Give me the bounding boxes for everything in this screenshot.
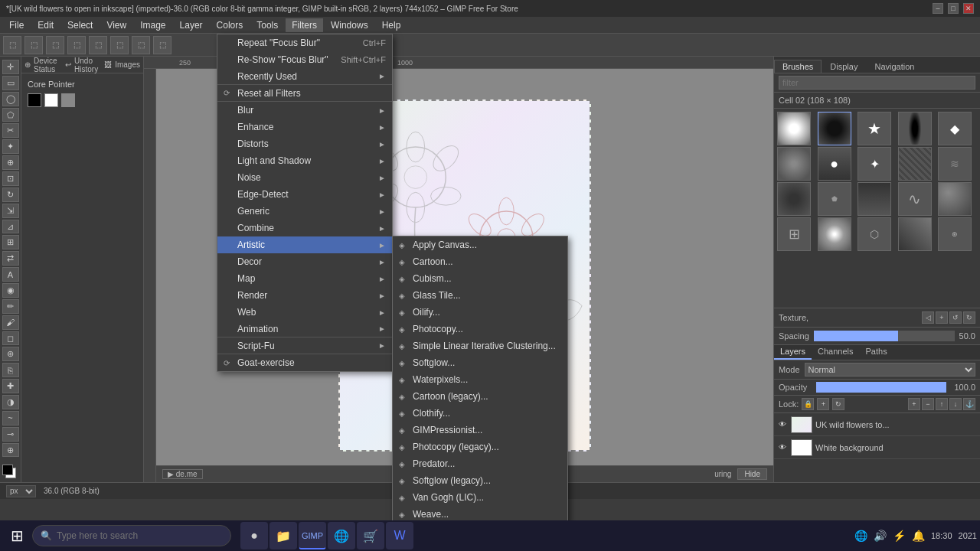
brush-cell-12[interactable]: ⬟ xyxy=(818,182,851,216)
tool-paintbrush[interactable]: 🖌 xyxy=(2,315,19,330)
menu-windows[interactable]: Windows xyxy=(325,18,374,32)
brush-cell-4[interactable] xyxy=(898,112,932,145)
search-bar[interactable]: 🔍 xyxy=(32,525,231,546)
filter-render[interactable]: Render ► xyxy=(217,287,392,304)
filter-script-fu[interactable]: Script-Fu ► xyxy=(217,337,392,354)
layer-visibility-1[interactable]: 👁 xyxy=(777,419,788,430)
battery-icon[interactable]: ⚡ xyxy=(893,530,906,542)
lock-btn-3[interactable]: ↻ xyxy=(832,398,844,410)
filter-light-shadow[interactable]: Light and Shadow ► xyxy=(217,152,392,169)
tool-fill[interactable]: ◉ xyxy=(2,283,19,298)
filter-edge-detect[interactable]: Edge-Detect ► xyxy=(217,186,392,203)
artistic-van-gogh[interactable]: ◈Van Gogh (LIC)... xyxy=(393,489,567,506)
filter-blur[interactable]: Blur ► xyxy=(217,102,392,119)
tab-display[interactable]: Display xyxy=(822,60,866,73)
tool-pencil[interactable]: ✏ xyxy=(2,299,19,314)
tool-rotate[interactable]: ↻ xyxy=(2,187,19,202)
toolbar-btn-5[interactable]: ⬚ xyxy=(89,36,107,54)
toolbar-btn-3[interactable]: ⬚ xyxy=(46,36,64,54)
tool-ellipse-select[interactable]: ◯ xyxy=(2,92,19,106)
brush-cell-18[interactable]: ⬡ xyxy=(858,217,891,251)
artistic-apply-canvas[interactable]: ◈Apply Canvas... xyxy=(393,236,567,253)
filter-combine[interactable]: Combine ► xyxy=(217,220,392,236)
tab-channels[interactable]: Channels xyxy=(812,345,859,360)
artistic-gimpressionist[interactable]: ◈GIMPressionist... xyxy=(393,422,567,439)
search-input[interactable] xyxy=(57,530,210,541)
filter-distorts[interactable]: Distorts ► xyxy=(217,135,392,152)
menu-colors[interactable]: Colors xyxy=(211,18,250,32)
filter-generic[interactable]: Generic ► xyxy=(217,203,392,220)
brush-cell-14[interactable]: ∿ xyxy=(898,182,932,216)
taskbar-app-word[interactable]: W xyxy=(386,522,413,549)
taskbar-app-gimp[interactable]: GIMP xyxy=(299,522,326,549)
tab-navigation[interactable]: Navigation xyxy=(866,60,923,73)
filter-animation[interactable]: Animation ► xyxy=(217,321,392,337)
brush-cell-17[interactable] xyxy=(818,217,851,251)
tool-text[interactable]: A xyxy=(2,267,19,282)
taskbar-app-file-explorer[interactable]: 📁 xyxy=(270,522,297,549)
layer-down-btn[interactable]: ↓ xyxy=(949,398,962,410)
layer-del-btn[interactable]: − xyxy=(922,398,934,410)
restore-button[interactable]: □ xyxy=(948,3,959,14)
brush-cell-11[interactable] xyxy=(777,182,811,216)
toolbar-btn-8[interactable]: ⬚ xyxy=(153,36,172,54)
brush-cell-10[interactable]: ≋ xyxy=(938,147,972,181)
menu-layer[interactable]: Layer xyxy=(174,18,209,32)
texture-btn-4[interactable]: ↻ xyxy=(963,311,975,324)
artistic-slic[interactable]: ◈Simple Linear Iterative Clustering... xyxy=(393,337,567,354)
tool-scale[interactable]: ⇲ xyxy=(2,204,19,218)
tool-smudge[interactable]: ~ xyxy=(2,411,19,425)
tool-free-select[interactable]: ⬠ xyxy=(2,108,19,122)
fg-color-swatch[interactable] xyxy=(2,465,13,475)
unit-select[interactable]: px mm in xyxy=(6,485,36,497)
toolbar-btn-2[interactable]: ⬚ xyxy=(24,36,43,54)
layers-mode-select[interactable]: Normal xyxy=(805,363,975,377)
tool-dodge-burn[interactable]: ◑ xyxy=(2,395,19,409)
brush-cell-19[interactable] xyxy=(898,217,932,251)
taskbar-app-cortana[interactable]: ● xyxy=(240,522,268,549)
artistic-photocopy[interactable]: ◈Photocopy... xyxy=(393,321,567,337)
artistic-softglow-legacy[interactable]: ◈Softglow (legacy)... xyxy=(393,472,567,489)
filter-map[interactable]: Map ► xyxy=(217,270,392,287)
color-swatch-2[interactable] xyxy=(44,93,58,107)
brush-cell-6[interactable] xyxy=(777,147,811,181)
layer-up-btn[interactable]: ↑ xyxy=(936,398,948,410)
taskbar-app-chrome[interactable]: 🌐 xyxy=(328,522,355,549)
layer-row-2[interactable]: 👁 White background xyxy=(774,436,980,459)
lock-btn-2[interactable]: + xyxy=(817,398,829,410)
network-icon[interactable]: 🌐 xyxy=(854,530,867,542)
tool-heal[interactable]: ✚ xyxy=(2,379,19,393)
tool-airbrush[interactable]: ⊛ xyxy=(2,347,19,361)
tool-rect-select[interactable]: ▭ xyxy=(2,76,19,90)
opacity-slider[interactable] xyxy=(816,382,946,393)
filter-recently-used[interactable]: Recently Used ► xyxy=(217,68,392,85)
artistic-cartoon-legacy[interactable]: ◈Cartoon (legacy)... xyxy=(393,388,567,405)
tool-perspective[interactable]: ⊞ xyxy=(2,235,19,249)
toolbar-btn-4[interactable]: ⬚ xyxy=(67,36,86,54)
brush-cell-3[interactable]: ★ xyxy=(858,112,891,145)
filter-reset-all[interactable]: ⟳Reset all Filters xyxy=(217,85,392,102)
tab-paths[interactable]: Paths xyxy=(860,345,893,360)
taskbar-app-store[interactable]: 🛒 xyxy=(357,522,384,549)
brush-cell-16[interactable]: ⊞ xyxy=(777,217,811,251)
toolbar-btn-7[interactable]: ⬚ xyxy=(132,36,150,54)
tool-measure[interactable]: ⊸ xyxy=(2,427,19,442)
artistic-predator[interactable]: ◈Predator... xyxy=(393,455,567,472)
tool-eraser[interactable]: ◻ xyxy=(2,331,19,346)
layer-visibility-2[interactable]: 👁 xyxy=(777,442,788,453)
tab-brushes[interactable]: Brushes xyxy=(774,60,822,73)
color-swatch-1[interactable] xyxy=(28,93,41,107)
tab-layers[interactable]: Layers xyxy=(774,345,812,360)
filter-noise[interactable]: Noise ► xyxy=(217,169,392,186)
filter-decor[interactable]: Decor ► xyxy=(217,253,392,270)
filter-reshow[interactable]: Re-Show "Focus Blur" Shift+Ctrl+F xyxy=(217,51,392,68)
menu-select[interactable]: Select xyxy=(61,18,99,32)
filter-artistic[interactable]: Artistic ► xyxy=(217,236,392,253)
texture-btn-1[interactable]: ◁ xyxy=(922,311,934,324)
artistic-photocopy-legacy[interactable]: ◈Photocopy (legacy)... xyxy=(393,439,567,455)
artistic-waterpixels[interactable]: ◈Waterpixels... xyxy=(393,371,567,388)
toolbar-btn-6[interactable]: ⬚ xyxy=(110,36,129,54)
filter-repeat[interactable]: Repeat "Focus Blur" Ctrl+F xyxy=(217,34,392,51)
tool-scissors[interactable]: ✂ xyxy=(2,123,19,138)
menu-view[interactable]: View xyxy=(100,18,132,32)
